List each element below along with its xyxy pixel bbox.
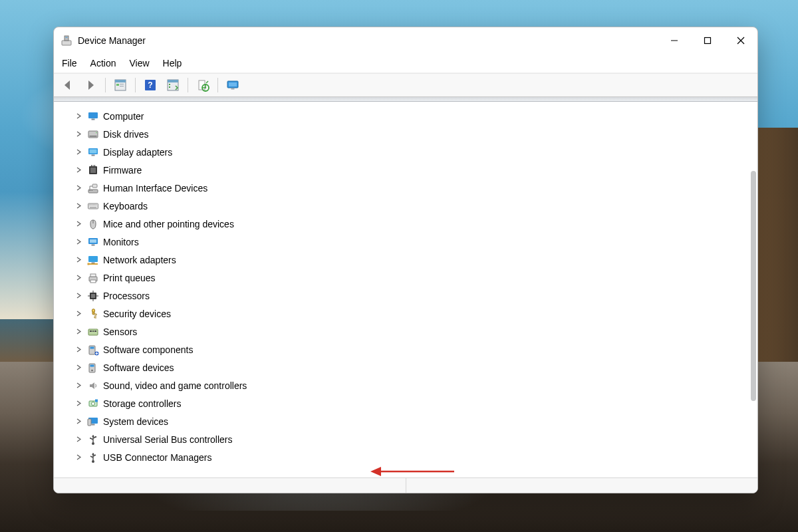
tree-item-sound[interactable]: Sound, video and game controllers [74,376,757,394]
chevron-right-icon[interactable] [74,255,83,265]
titlebar[interactable]: Device Manager [54,27,757,54]
svg-rect-44 [92,204,92,205]
tree-item-label: Security devices [103,309,171,319]
forward-button[interactable] [80,76,100,94]
chevron-right-icon[interactable] [74,201,83,211]
chevron-right-icon[interactable] [74,219,83,229]
scrollbar[interactable] [751,104,756,475]
statusbar-cell-2 [406,478,758,493]
tree-item-label: USB Connector Managers [103,452,211,463]
tree-item-security[interactable]: Security devices [74,305,757,323]
svg-rect-60 [91,294,95,298]
tree-item-label: Human Interface Devices [103,183,207,194]
chevron-right-icon[interactable] [74,166,83,175]
back-button[interactable] [58,76,78,94]
menu-file[interactable]: File [62,58,77,68]
svg-rect-10 [120,84,124,84]
tree-item-hid[interactable]: Human Interface Devices [74,179,757,197]
chevron-right-icon[interactable] [74,130,83,139]
svg-rect-23 [88,112,98,118]
svg-rect-43 [90,204,91,205]
chevron-right-icon[interactable] [74,417,83,426]
tree-item-swcomp[interactable]: Software components [74,340,757,358]
chevron-right-icon[interactable] [74,273,83,283]
svg-rect-58 [90,280,96,283]
device-tree[interactable]: ComputerDisk drivesDisplay adaptersFirmw… [54,102,757,477]
svg-rect-53 [88,256,98,262]
tree-item-system[interactable]: System devices [74,412,757,430]
svg-rect-34 [93,165,94,166]
tree-item-disk[interactable]: Disk drives [74,125,757,143]
chevron-right-icon[interactable] [74,112,83,121]
chevron-right-icon[interactable] [74,184,83,193]
svg-point-66 [92,309,94,311]
tree-item-label: Computer [103,111,144,122]
chevron-right-icon[interactable] [74,237,83,247]
chevron-right-icon[interactable] [74,435,83,444]
tree-item-network[interactable]: Network adapters [74,251,757,269]
chevron-right-icon[interactable] [74,453,83,462]
help-button[interactable]: ? [140,76,160,94]
svg-rect-1 [65,36,68,41]
svg-rect-72 [90,346,94,348]
tree-item-label: Print queues [103,273,156,283]
tree-item-storage[interactable]: Storage controllers [74,394,757,412]
tree-item-display[interactable]: Display adapters [74,143,757,161]
tree-item-label: Network adapters [103,255,176,265]
svg-rect-30 [92,154,95,156]
svg-rect-2 [66,37,68,39]
svg-rect-68 [90,331,92,332]
svg-rect-4 [705,38,711,44]
window-controls [658,27,757,54]
tree-item-usb-conn[interactable]: USB Connector Managers [74,448,757,466]
show-devices-button[interactable] [223,76,243,94]
svg-rect-55 [88,263,90,265]
svg-rect-52 [90,239,96,243]
tree-item-sensor[interactable]: Sensors [74,323,757,340]
tree-item-usb[interactable]: Universal Serial Bus controllers [74,430,757,448]
menu-action[interactable]: Action [90,58,116,68]
tree-item-printer[interactable]: Print queues [74,269,757,287]
tree-item-keyboard[interactable]: Keyboards [74,197,757,215]
svg-rect-9 [116,84,119,86]
tree-area: ComputerDisk drivesDisplay adaptersFirmw… [54,102,757,477]
tree-item-mouse[interactable]: Mice and other pointing devices [74,215,757,233]
update-driver-button[interactable] [193,76,213,94]
chevron-right-icon[interactable] [74,327,83,336]
tree-item-label: Keyboards [103,201,148,211]
tree-item-cpu[interactable]: Processors [74,287,757,305]
properties-button[interactable] [110,76,130,94]
svg-rect-33 [91,165,92,166]
menu-view[interactable]: View [129,58,149,68]
svg-rect-69 [92,331,94,332]
chevron-right-icon[interactable] [74,291,83,301]
close-button[interactable] [724,27,757,54]
chevron-right-icon[interactable] [74,309,83,319]
swdev-icon [87,362,99,374]
svg-rect-24 [92,118,95,120]
svg-rect-16 [169,84,170,85]
chevron-right-icon[interactable] [74,399,83,408]
device-manager-window: Device Manager File Action View Help ? [53,27,758,493]
menu-help[interactable]: Help [163,58,182,68]
tree-item-monitor[interactable]: Computer [74,107,757,125]
svg-rect-86 [95,436,96,438]
tree-item-swdev[interactable]: Software devices [74,358,757,376]
tree-item-label: Sensors [103,327,137,337]
minimize-button[interactable] [658,27,691,54]
svg-rect-40 [92,184,97,188]
svg-rect-22 [231,88,235,90]
svg-rect-15 [168,80,178,82]
app-icon [61,35,72,47]
tree-item-firmware[interactable]: Firmware [74,161,757,179]
printer-icon [87,272,99,284]
maximize-button[interactable] [691,27,724,54]
tree-item-label: System devices [103,416,168,427]
tree-item-monitor-ext[interactable]: Monitors [74,233,757,251]
chevron-right-icon[interactable] [74,345,83,354]
scan-button[interactable] [163,76,183,94]
chevron-right-icon[interactable] [74,148,83,157]
chevron-right-icon[interactable] [74,363,83,372]
chevron-right-icon[interactable] [74,381,83,390]
tree-item-label: Universal Serial Bus controllers [103,434,233,445]
